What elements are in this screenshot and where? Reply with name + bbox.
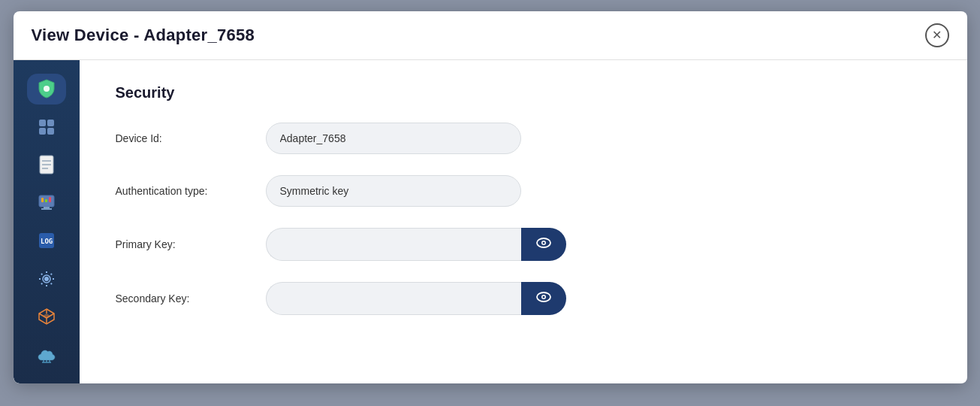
sidebar-item-settings[interactable] (27, 264, 66, 295)
eye-icon (536, 238, 551, 251)
auth-type-row: Authentication type: (116, 175, 931, 207)
primary-key-field-group (266, 228, 566, 261)
svg-marker-24 (43, 314, 50, 318)
svg-rect-12 (41, 198, 44, 202)
primary-key-input[interactable] (266, 228, 521, 261)
modal-overlay: View Device - Adapter_7658 ✕ (0, 0, 980, 406)
settings-icon (36, 268, 57, 289)
modal-header: View Device - Adapter_7658 ✕ (14, 11, 967, 60)
cloud-icon (36, 344, 57, 365)
sidebar-item-list[interactable] (27, 150, 66, 180)
svg-text:LOG: LOG (41, 238, 53, 245)
primary-key-row: Primary Key: (116, 228, 931, 261)
secondary-key-input[interactable] (266, 282, 521, 315)
svg-point-17 (44, 277, 49, 281)
sidebar-item-alerts[interactable] (27, 188, 66, 219)
list-icon (36, 154, 57, 175)
primary-key-label: Primary Key: (116, 238, 266, 250)
svg-point-0 (44, 86, 50, 92)
sidebar-item-dashboard[interactable] (27, 112, 66, 143)
secondary-key-label: Secondary Key: (116, 292, 266, 304)
svg-point-36 (542, 296, 544, 298)
main-content: Security Device Id: Authentication type:… (80, 60, 967, 383)
device-id-row: Device Id: (116, 123, 931, 154)
secondary-key-row: Secondary Key: (116, 282, 931, 315)
close-icon: ✕ (932, 29, 942, 41)
primary-key-toggle-button[interactable] (521, 228, 566, 261)
device-id-label: Device Id: (116, 132, 266, 144)
svg-rect-1 (39, 120, 46, 126)
modal: View Device - Adapter_7658 ✕ (14, 11, 967, 383)
sidebar-item-logs[interactable]: LOG (27, 226, 66, 256)
packages-icon (36, 306, 57, 327)
svg-rect-4 (47, 128, 54, 135)
modal-body: LOG (14, 60, 967, 383)
modal-title: View Device - Adapter_7658 (32, 26, 255, 45)
sidebar-item-packages[interactable] (27, 301, 66, 332)
secondary-key-field-group (266, 282, 566, 315)
alerts-icon (36, 192, 57, 214)
secondary-key-toggle-button[interactable] (521, 282, 566, 315)
eye-icon-2 (536, 292, 551, 305)
logs-icon: LOG (36, 230, 57, 251)
sidebar-item-security[interactable] (27, 74, 66, 105)
section-title: Security (116, 84, 931, 102)
svg-rect-13 (45, 199, 47, 202)
sidebar-item-cloud[interactable] (27, 340, 66, 371)
device-id-input[interactable] (266, 123, 521, 154)
shield-icon (36, 78, 57, 99)
dashboard-icon (36, 117, 57, 138)
svg-point-33 (542, 242, 544, 244)
auth-type-input[interactable] (266, 175, 521, 207)
close-button[interactable]: ✕ (925, 23, 949, 47)
svg-rect-2 (47, 120, 54, 126)
svg-rect-3 (39, 128, 46, 135)
svg-rect-14 (49, 197, 51, 202)
auth-type-label: Authentication type: (116, 185, 266, 197)
sidebar: LOG (14, 60, 80, 383)
